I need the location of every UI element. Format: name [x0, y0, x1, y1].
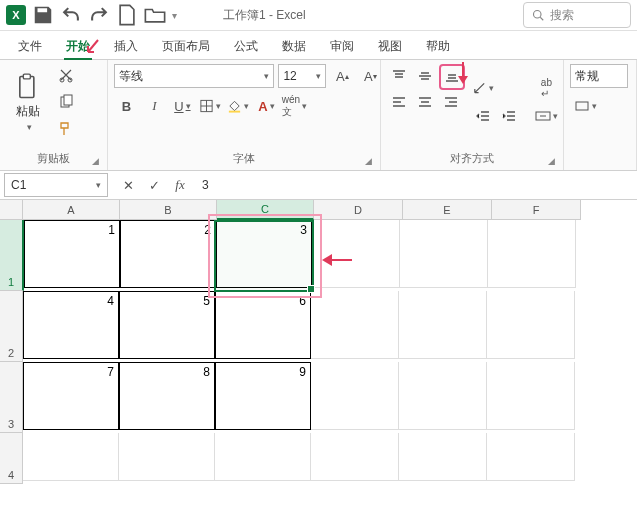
tab-review[interactable]: 审阅: [320, 34, 364, 59]
format-painter-icon[interactable]: [54, 117, 78, 140]
worksheet-grid[interactable]: A B C D E F 1 1 2 3 2 4 5 6 3 7 8 9 4: [0, 200, 637, 484]
redo-icon[interactable]: [88, 4, 110, 26]
window-title: 工作簿1 - Excel: [223, 7, 306, 24]
copy-icon[interactable]: [54, 91, 78, 114]
cell-e2[interactable]: [399, 291, 487, 359]
dialog-launcher-icon[interactable]: ◢: [365, 156, 372, 166]
undo-icon[interactable]: [60, 4, 82, 26]
formula-input[interactable]: 3: [196, 178, 637, 192]
borders-button[interactable]: ▾: [198, 94, 222, 118]
col-header-d[interactable]: D: [314, 200, 403, 220]
cell-a4[interactable]: [23, 433, 119, 481]
title-bar: X ▾ 工作簿1 - Excel 搜索: [0, 0, 637, 31]
group-alignment: ▾ ab↵ ▾ 对齐方式◢: [381, 60, 564, 170]
font-name-select[interactable]: 等线▾: [114, 64, 274, 88]
underline-button[interactable]: U▾: [170, 94, 194, 118]
row-header-2[interactable]: 2: [0, 291, 23, 362]
shrink-font-icon[interactable]: A▾: [358, 64, 382, 88]
merge-center-icon[interactable]: ▾: [531, 104, 561, 128]
col-header-a[interactable]: A: [23, 200, 120, 220]
cell-a3[interactable]: 7: [23, 362, 119, 430]
tab-data[interactable]: 数据: [272, 34, 316, 59]
orientation-icon[interactable]: ▾: [471, 76, 495, 100]
currency-icon[interactable]: ▾: [570, 94, 600, 118]
group-clipboard: 粘贴 ▾ 剪贴板◢: [0, 60, 108, 170]
align-center-icon[interactable]: [413, 90, 437, 114]
align-left-icon[interactable]: [387, 90, 411, 114]
align-middle-icon[interactable]: [413, 64, 437, 88]
dialog-launcher-icon[interactable]: ◢: [92, 156, 99, 166]
row-header-4[interactable]: 4: [0, 433, 23, 484]
select-all-corner[interactable]: [0, 200, 23, 220]
decrease-indent-icon[interactable]: [471, 104, 495, 128]
tab-view[interactable]: 视图: [368, 34, 412, 59]
paste-button[interactable]: 粘贴 ▾: [6, 64, 50, 140]
ribbon-tabs: 文件 开始 插入 页面布局 公式 数据 审阅 视图 帮助: [0, 31, 637, 60]
cell-d2[interactable]: [311, 291, 399, 359]
cell-d4[interactable]: [311, 433, 399, 481]
cell-a1[interactable]: 1: [24, 220, 120, 288]
cell-e4[interactable]: [399, 433, 487, 481]
cell-f2[interactable]: [487, 291, 575, 359]
svg-rect-1: [20, 76, 34, 97]
cell-e3[interactable]: [399, 362, 487, 430]
search-box[interactable]: 搜索: [523, 2, 631, 28]
tab-page-layout[interactable]: 页面布局: [152, 34, 220, 59]
align-bottom-icon[interactable]: [439, 64, 465, 90]
cell-c4[interactable]: [215, 433, 311, 481]
italic-button[interactable]: I: [142, 94, 166, 118]
number-format-select[interactable]: 常规: [570, 64, 628, 88]
tab-insert[interactable]: 插入: [104, 34, 148, 59]
fill-color-button[interactable]: ▾: [226, 94, 250, 118]
group-label-number: [570, 164, 630, 168]
tab-help[interactable]: 帮助: [416, 34, 460, 59]
cell-b2[interactable]: 5: [119, 291, 215, 359]
tab-home[interactable]: 开始: [56, 34, 100, 59]
save-icon[interactable]: [32, 4, 54, 26]
tab-formulas[interactable]: 公式: [224, 34, 268, 59]
bold-button[interactable]: B: [114, 94, 138, 118]
new-file-icon[interactable]: [116, 4, 138, 26]
cancel-formula-icon[interactable]: ✕: [116, 173, 140, 197]
cell-f4[interactable]: [487, 433, 575, 481]
row-header-3[interactable]: 3: [0, 362, 23, 433]
increase-indent-icon[interactable]: [497, 104, 521, 128]
name-box[interactable]: C1▾: [4, 173, 108, 197]
cell-b4[interactable]: [119, 433, 215, 481]
cell-c3[interactable]: 9: [215, 362, 311, 430]
col-header-b[interactable]: B: [120, 200, 217, 220]
cell-d3[interactable]: [311, 362, 399, 430]
cell-e1[interactable]: [400, 220, 488, 288]
font-size-select[interactable]: 12▾: [278, 64, 326, 88]
dialog-launcher-icon[interactable]: ◢: [548, 156, 555, 166]
grow-font-icon[interactable]: A▴: [330, 64, 354, 88]
open-folder-icon[interactable]: [144, 4, 166, 26]
font-color-button[interactable]: A▾: [254, 94, 278, 118]
align-right-icon[interactable]: [439, 90, 463, 114]
col-header-c[interactable]: C: [217, 200, 314, 220]
tab-file[interactable]: 文件: [8, 34, 52, 59]
col-header-e[interactable]: E: [403, 200, 492, 220]
cell-b1[interactable]: 2: [120, 220, 216, 288]
row-header-1[interactable]: 1: [0, 220, 24, 291]
col-header-f[interactable]: F: [492, 200, 581, 220]
svg-rect-2: [23, 74, 30, 79]
ribbon: 粘贴 ▾ 剪贴板◢ 等线▾ 12▾ A▴ A▾ B I U▾ ▾: [0, 60, 637, 171]
paste-icon: [14, 73, 42, 101]
group-label-alignment: 对齐方式◢: [387, 149, 557, 168]
fx-icon[interactable]: fx: [168, 173, 192, 197]
cell-c1[interactable]: 3: [216, 220, 312, 288]
qat-overflow[interactable]: ▾: [172, 10, 177, 21]
cell-d1[interactable]: [312, 220, 400, 288]
align-top-icon[interactable]: [387, 64, 411, 88]
cell-b3[interactable]: 8: [119, 362, 215, 430]
phonetic-guide-icon[interactable]: wén文▾: [282, 94, 306, 118]
wrap-text-icon[interactable]: ab↵: [531, 76, 561, 100]
enter-formula-icon[interactable]: ✓: [142, 173, 166, 197]
cell-f1[interactable]: [488, 220, 576, 288]
cell-f3[interactable]: [487, 362, 575, 430]
group-font: 等线▾ 12▾ A▴ A▾ B I U▾ ▾ ▾ A▾ wén文▾ 字体◢: [108, 60, 381, 170]
cell-a2[interactable]: 4: [23, 291, 119, 359]
cut-icon[interactable]: [54, 64, 78, 87]
cell-c2[interactable]: 6: [215, 291, 311, 359]
